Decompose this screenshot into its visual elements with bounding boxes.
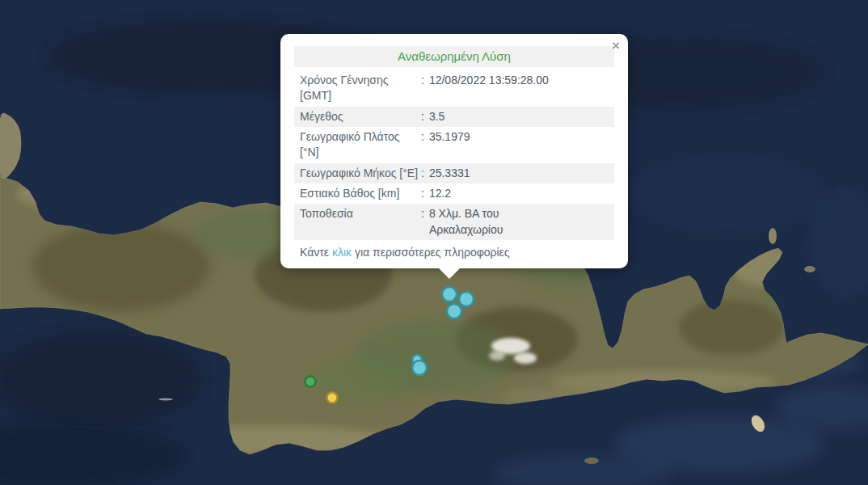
popup-title: Αναθεωρημένη Λύση (294, 46, 614, 67)
earthquake-info-popup: × Αναθεωρημένη Λύση Χρόνος Γέννησης [GMT… (280, 34, 628, 268)
colon: : (421, 129, 424, 161)
info-row-depth: Εστιακό Βάθος [km] :12.2 (294, 183, 614, 204)
row-value: 25.3331 (429, 166, 470, 181)
colon: : (421, 73, 424, 104)
info-row-location: Τοποθεσία :8 Χλμ. ΒΑ του Αρκαλαχωρίου (294, 204, 614, 240)
info-row-magnitude: Μέγεθος :3.5 (294, 107, 614, 127)
footer-text-before: Κάντε (300, 246, 332, 259)
row-value: 35.1979 (429, 129, 470, 161)
row-value: 3.5 (429, 109, 445, 124)
info-row-latitude: Γεωγραφικό Πλάτος [°N] :35.1979 (294, 127, 614, 163)
quake-marker-green[interactable] (305, 377, 316, 387)
row-label: Τοποθεσία (300, 206, 421, 238)
quake-marker-cyan[interactable] (447, 304, 461, 318)
quake-marker-cyan[interactable] (459, 292, 474, 306)
colon: : (421, 186, 424, 201)
info-row-origin-time: Χρόνος Γέννησης [GMT] :12/08/2022 13:59:… (294, 70, 614, 107)
colon: : (421, 109, 424, 124)
row-label: Γεωγραφικό Πλάτος [°N] (300, 129, 421, 161)
row-label: Εστιακό Βάθος [km] (300, 186, 421, 201)
info-rows: Χρόνος Γέννησης [GMT] :12/08/2022 13:59:… (294, 70, 614, 240)
row-value: 12.2 (429, 186, 451, 201)
info-row-longitude: Γεωγραφικό Μήκος [°E] :25.3331 (294, 163, 614, 183)
quake-marker-cyan[interactable] (412, 361, 427, 375)
row-label: Γεωγραφικό Μήκος [°E] (300, 166, 421, 181)
popup-footer: Κάντε κλικ για περισσότερες πληροφορίες (294, 246, 614, 259)
quake-marker-yellow[interactable] (327, 393, 338, 403)
row-label: Μέγεθος (300, 109, 421, 124)
row-value: 8 Χλμ. ΒΑ του Αρκαλαχωρίου (429, 206, 568, 238)
more-info-link[interactable]: κλικ (332, 246, 352, 259)
close-icon[interactable]: × (612, 39, 620, 53)
colon: : (421, 206, 424, 238)
row-label: Χρόνος Γέννησης [GMT] (300, 73, 421, 104)
row-value: 12/08/2022 13:59:28.00 (429, 73, 549, 104)
quake-marker-cyan[interactable] (442, 287, 457, 302)
footer-text-after: για περισσότερες πληροφορίες (352, 246, 510, 259)
colon: : (421, 166, 424, 181)
